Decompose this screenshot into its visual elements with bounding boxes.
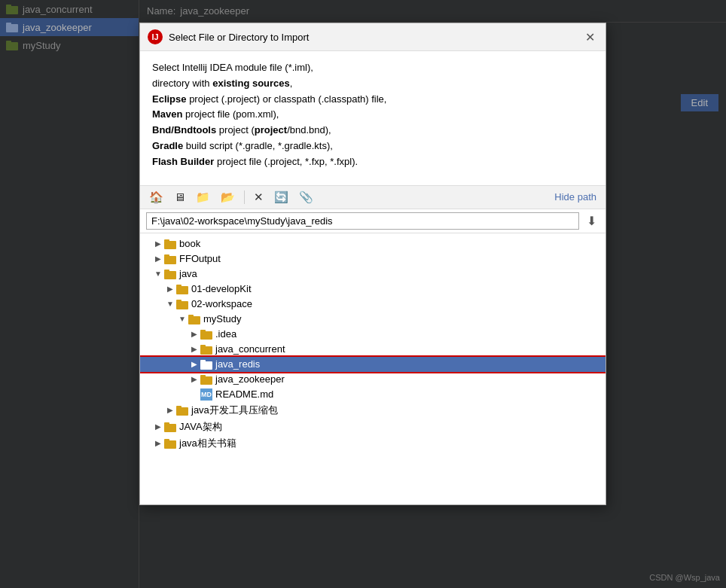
tree-arrow: ▶ (152, 239, 164, 248)
svg-rect-17 (188, 315, 194, 317)
modal-header: IJ Select File or Directory to Import ✕ (140, 23, 606, 51)
tree-arrow: ▶ (152, 422, 164, 431)
svg-rect-26 (176, 407, 188, 416)
svg-rect-30 (164, 440, 176, 449)
tree-label: java开发工具压缩包 (191, 404, 278, 417)
folder-icon (176, 298, 188, 310)
folder-icon (164, 238, 176, 250)
svg-rect-29 (164, 422, 169, 425)
import-dialog: IJ Select File or Directory to Import ✕ … (139, 23, 606, 505)
svg-rect-18 (200, 331, 212, 340)
tree-label: 02-workspace (191, 298, 252, 309)
svg-rect-20 (200, 346, 212, 355)
svg-rect-28 (164, 424, 176, 432)
tree-label: java (179, 268, 197, 279)
path-input[interactable] (146, 212, 579, 230)
tree-arrow: ▶ (164, 406, 176, 414)
tree-label: 01-developKit (191, 283, 252, 294)
modal-close-button[interactable]: ✕ (582, 30, 598, 44)
file-tree[interactable]: ▶ book ▶ FFOutput ▼ (140, 233, 606, 504)
tree-item-book[interactable]: ▶ book (140, 236, 606, 251)
tree-item-java-redis[interactable]: ▶ java_redis (140, 357, 606, 372)
modal-title-icon: IJ (148, 29, 163, 44)
toolbar-desktop-button[interactable]: 🖥 (171, 189, 188, 205)
svg-rect-12 (176, 286, 188, 294)
svg-rect-21 (200, 345, 206, 347)
tree-label: README.md (215, 388, 273, 400)
tree-item-java-arch[interactable]: ▶ JAVA架构 (140, 419, 606, 435)
toolbar-separator-1 (244, 190, 245, 204)
tree-item-idea[interactable]: ▶ .idea (140, 327, 606, 342)
tree-item-java-tools[interactable]: ▶ java开发工具压缩包 (140, 402, 606, 419)
tree-label: book (179, 238, 200, 249)
tree-item-ffoutput[interactable]: ▶ FFOutput (140, 251, 606, 267)
tree-label: FFOutput (179, 253, 221, 264)
folder-icon (164, 421, 176, 433)
tree-label: java_zookeeper (215, 373, 285, 385)
svg-rect-24 (200, 376, 212, 385)
watermark: CSDN @Wsp_java (649, 573, 720, 582)
hide-path-button[interactable]: Hide path (551, 190, 599, 204)
tree-arrow: ▶ (188, 345, 200, 353)
modal-description: Select Intellij IDEA module file (*.iml)… (152, 60, 593, 170)
tree-arrow: ▶ (188, 330, 200, 338)
path-download-button[interactable]: ⬇ (584, 212, 599, 230)
tree-arrow: ▶ (152, 439, 164, 447)
tree-item-java-zookeeper[interactable]: ▶ java_zookeeper (140, 372, 606, 387)
toolbar-refresh-button[interactable]: 🔄 (271, 189, 291, 206)
folder-icon (164, 437, 176, 449)
svg-rect-16 (188, 316, 200, 324)
tree-arrow: ▶ (152, 254, 164, 263)
svg-rect-15 (176, 300, 182, 302)
svg-rect-22 (200, 361, 212, 370)
folder-icon (176, 283, 188, 295)
svg-rect-14 (176, 301, 188, 309)
tree-arrow: ▼ (176, 315, 188, 323)
svg-rect-25 (200, 375, 206, 377)
toolbar-delete-button[interactable]: ✕ (251, 189, 267, 206)
svg-rect-8 (164, 256, 176, 264)
tree-label: java_concurrent (215, 343, 285, 355)
tree-label: java相关书籍 (179, 437, 236, 450)
tree-item-java[interactable]: ▼ java (140, 267, 606, 282)
tree-arrow: ▶ (164, 285, 176, 293)
folder-icon (200, 343, 212, 355)
path-container: ⬇ (140, 209, 606, 233)
folder-icon (200, 358, 212, 370)
tree-item-developkit[interactable]: ▶ 01-developKit (140, 282, 606, 297)
folder-icon (176, 404, 188, 416)
toolbar-home-button[interactable]: 🏠 (146, 189, 166, 206)
svg-rect-27 (176, 406, 182, 408)
modal-body: Select Intellij IDEA module file (*.iml)… (140, 51, 606, 185)
tree-item-mystudy[interactable]: ▼ myStudy (140, 312, 606, 327)
tree-label: java_redis (215, 358, 260, 370)
folder-icon (200, 373, 212, 385)
tree-label: .idea (215, 328, 236, 340)
svg-rect-13 (176, 285, 182, 287)
file-toolbar: 🏠 🖥 📁 📂 ✕ 🔄 📎 Hide path (140, 185, 606, 209)
svg-rect-23 (200, 360, 206, 362)
md-icon: MD (200, 388, 212, 401)
svg-rect-10 (164, 271, 176, 279)
svg-rect-31 (164, 439, 169, 441)
toolbar-link-button[interactable]: 📎 (296, 189, 316, 206)
tree-item-readme[interactable]: MD README.md (140, 387, 606, 402)
folder-icon (200, 328, 212, 340)
tree-arrow: ▶ (188, 375, 200, 383)
folder-icon (164, 253, 176, 265)
modal-title: Select File or Directory to Import (169, 32, 576, 43)
tree-item-java-concurrent[interactable]: ▶ java_concurrent (140, 342, 606, 357)
svg-rect-9 (164, 254, 169, 257)
tree-item-workspace[interactable]: ▼ 02-workspace (140, 297, 606, 312)
tree-label: myStudy (203, 313, 242, 324)
svg-rect-6 (164, 241, 176, 249)
tree-item-java-books[interactable]: ▶ java相关书籍 (140, 435, 606, 452)
svg-rect-19 (200, 330, 206, 332)
toolbar-newfolder-button[interactable]: 📂 (218, 189, 238, 206)
folder-icon (164, 268, 176, 280)
svg-rect-7 (164, 239, 169, 242)
toolbar-folder-button[interactable]: 📁 (193, 189, 213, 206)
tree-label: JAVA架构 (179, 420, 222, 434)
tree-arrow: ▼ (164, 300, 176, 308)
tree-arrow: ▼ (152, 270, 164, 278)
